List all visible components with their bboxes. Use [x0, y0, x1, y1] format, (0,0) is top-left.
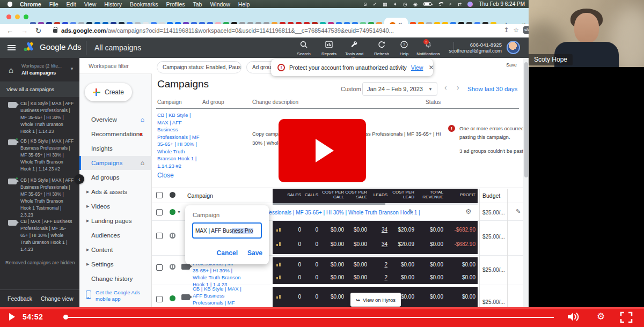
select-all-checkbox[interactable] [156, 192, 163, 198]
nav-item-ads-assets[interactable]: ▶Ads & assets [79, 185, 152, 199]
sidebar-campaign-item[interactable]: CB | KB Style | MAX | AFF Business Profe… [0, 100, 79, 136]
status-paused-icon[interactable] [170, 233, 175, 239]
show-last-30-days-link[interactable]: Show last 30 days [467, 86, 517, 92]
menu-item-profiles[interactable]: Profiles [166, 1, 185, 8]
close-link[interactable]: Close [157, 172, 174, 179]
account-avatar[interactable] [507, 41, 520, 54]
view-on-hyros-tooltip[interactable]: ↪ View on Hyros [350, 293, 401, 307]
metric-column-header[interactable]: SALES [283, 192, 301, 197]
metric-column-header[interactable]: CALLS [301, 192, 318, 197]
table-header-budget[interactable]: Budget [482, 192, 500, 199]
status-enabled-dot[interactable] [170, 295, 175, 301]
player-settings-gear-icon[interactable]: ⚙ [597, 311, 605, 322]
menu-item-history[interactable]: History [104, 1, 122, 8]
budget-value[interactable]: $25.00/... [482, 210, 505, 215]
nav-item-videos[interactable]: ▶Videos [79, 199, 152, 213]
budget-value[interactable]: $25.00/... [482, 299, 505, 305]
zoom-window-button[interactable] [24, 14, 28, 19]
metric-column-header[interactable]: LEADS [367, 192, 387, 197]
campaign-link[interactable]: Professionals | MF 35-65+ | HI 30% | Who… [259, 210, 420, 215]
page-scrollbar[interactable] [523, 58, 529, 307]
playhead-handle[interactable] [63, 315, 68, 319]
player-play-button[interactable] [9, 313, 15, 321]
nav-item-content[interactable]: ▶Content [79, 243, 152, 257]
nav-item-recommendations[interactable]: Recommendations [79, 127, 152, 141]
battery-icon[interactable] [423, 2, 431, 6]
back-button[interactable]: ← [6, 27, 13, 35]
col-header-campaign[interactable]: Campaign [157, 99, 182, 105]
campaign-name-input[interactable]: MAX | AFF Busness Pro [192, 222, 262, 239]
row-checkbox[interactable] [156, 233, 163, 239]
fullscreen-icon[interactable] [620, 311, 633, 325]
header-notifications[interactable]: ! Notifications [416, 41, 441, 56]
bluetooth-icon[interactable]: ✦ [393, 2, 398, 7]
metric-value[interactable]: 2 [367, 274, 387, 280]
col-header-status[interactable]: Status [426, 99, 441, 105]
table-header-campaign[interactable]: Campaign [187, 192, 213, 199]
col-header-change-description[interactable]: Change description [252, 99, 298, 105]
nav-item-settings[interactable]: ▶Settings [79, 257, 152, 271]
settings-gear-icon[interactable]: ⚙ [465, 207, 472, 215]
metric-value[interactable]: 2 [367, 262, 387, 267]
menu-item-tab[interactable]: Tab [193, 1, 202, 8]
status-paused-icon[interactable] [170, 264, 175, 270]
metric-column-header[interactable]: COST PER LEAD [387, 190, 414, 199]
collapse-panel-button[interactable]: ‹ [75, 174, 84, 184]
prev-range-button[interactable]: ‹ [444, 83, 447, 92]
budget-value[interactable]: $25.00/... [482, 234, 505, 240]
change-row-campaign-link[interactable]: CB | KB Style | MAX | AFF Business Profe… [157, 112, 200, 169]
nav-item-change-history[interactable]: Change history [79, 272, 152, 286]
screen-record-icon[interactable]: ◉ [413, 2, 418, 7]
minimize-window-button[interactable] [15, 14, 20, 19]
video-play-button[interactable] [279, 119, 366, 182]
status-enabled-dot[interactable] [170, 209, 175, 215]
volume-icon[interactable] [567, 311, 581, 324]
feedback-link[interactable]: Feedback [8, 295, 32, 302]
mini-chart-icon[interactable] [275, 294, 283, 299]
nav-item-overview[interactable]: Overview⌂ [79, 113, 152, 127]
hamburger-menu-icon[interactable] [8, 45, 16, 50]
workspace-switcher[interactable]: ⌂ Workspace (2 filte... All campaigns ▼ [0, 61, 79, 80]
menu-bar-clock[interactable]: Thu Feb 9 6:24 PM [479, 1, 525, 7]
mobile-app-link[interactable]: Get the Google Ads mobile app [86, 289, 140, 302]
campaign-status-chip[interactable]: Campaign status: Enabled, Paused [157, 61, 241, 73]
header-reports[interactable]: Reports [317, 41, 341, 56]
col-header-ad-group[interactable]: Ad group [202, 99, 224, 105]
sidebar-campaign-item[interactable]: CB | MAX | AFF Business Professionals | … [0, 218, 79, 254]
apple-icon[interactable] [8, 2, 12, 7]
edit-pencil-icon[interactable]: ✎ [516, 208, 521, 215]
metric-value[interactable]: 34 [367, 227, 387, 233]
mini-chart-icon[interactable] [275, 262, 283, 267]
menu-item-file[interactable]: File [49, 1, 58, 8]
status-filter-dot[interactable] [170, 192, 175, 198]
menu-item-bookmarks[interactable]: Bookmarks [130, 1, 158, 8]
lock-icon[interactable] [53, 28, 57, 33]
budget-value[interactable]: $25.00/... [482, 267, 505, 273]
close-window-button[interactable] [6, 14, 11, 19]
bookmark-star-icon[interactable]: ☆ [513, 26, 519, 34]
view-all-campaigns-link[interactable]: View all 4 campaigns [0, 81, 79, 97]
nav-item-campaigns[interactable]: Campaigns⌂ [79, 156, 152, 170]
metrics-scrollbar[interactable] [273, 203, 478, 205]
close-icon[interactable]: ✕ [428, 64, 434, 71]
siri-icon[interactable] [467, 2, 473, 7]
save-control[interactable]: Save [503, 61, 519, 68]
progress-bar[interactable] [68, 317, 554, 318]
nav-item-insights[interactable]: Insights [79, 142, 152, 155]
cancel-button[interactable]: Cancel [217, 249, 238, 257]
metric-column-header[interactable]: PROFIT [443, 192, 475, 197]
forward-button[interactable]: → [21, 27, 28, 35]
header-search[interactable]: Search [291, 41, 316, 56]
menu-item-view[interactable]: View [84, 1, 97, 8]
metric-column-header[interactable]: TOTAL REVENUE [414, 190, 443, 199]
save-button[interactable]: Save [247, 249, 262, 257]
row-checkbox[interactable] [156, 209, 163, 215]
header-refresh[interactable]: Refresh [369, 41, 394, 56]
create-button[interactable]: Create [85, 83, 132, 101]
row-checkbox[interactable] [156, 296, 163, 302]
metric-value[interactable]: 34 [367, 241, 387, 247]
chevron-down-icon[interactable]: ▼ [177, 210, 181, 214]
metric-column-header[interactable]: COST PER SALE [344, 190, 367, 199]
google-ads-logo[interactable]: Google Ads [24, 42, 82, 51]
spotlight-icon[interactable]: ⌕ [449, 1, 452, 7]
